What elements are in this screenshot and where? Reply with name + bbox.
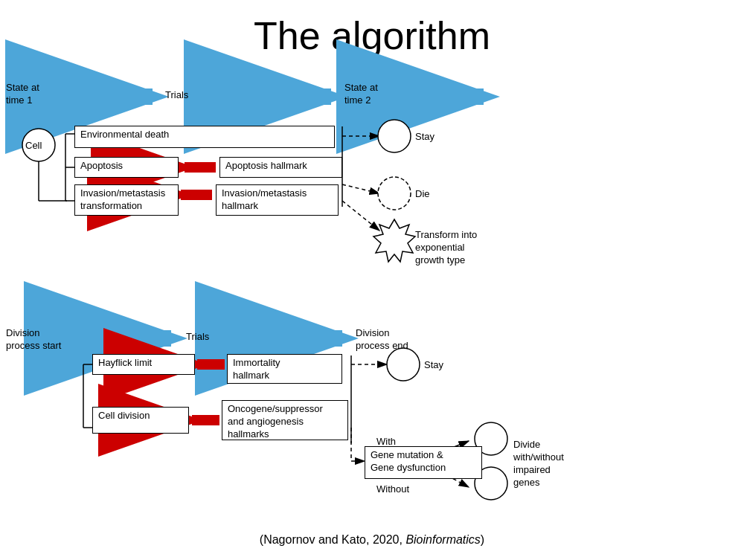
gene-mutation-box: Gene mutation &Gene dysfunction	[365, 446, 482, 479]
svg-point-20	[378, 177, 411, 210]
with-label: With	[376, 436, 396, 448]
svg-line-16	[342, 184, 379, 193]
die-label: Die	[415, 188, 430, 201]
trials-label-1: Trials	[165, 89, 188, 102]
hayflick-box: Hayflick limit	[92, 354, 195, 375]
footer: (Nagornov and Kato, 2020, Bioinformatics…	[0, 533, 744, 547]
div-end-label: Divisionprocess end	[356, 327, 408, 353]
transform-label: Transform intoexponentialgrowth type	[415, 229, 477, 267]
footer-text: (Nagornov and Kato, 2020, Bioinformatics…	[260, 533, 484, 546]
cell-division-box: Cell division	[92, 407, 189, 434]
state-time1-label: State attime 1	[6, 82, 39, 107]
page-title: The algorithm	[0, 0, 744, 58]
div-start-label: Divisionprocess start	[6, 327, 61, 353]
trials-label-2: Trials	[186, 331, 209, 344]
stay-label-2: Stay	[424, 359, 443, 372]
state-time2-label: State attime 2	[344, 82, 378, 107]
apoptosis-box: Apoptosis	[74, 157, 179, 178]
env-death-box: Environmental death	[74, 126, 335, 148]
svg-marker-21	[373, 219, 415, 262]
invasion-hallmark-box: Invasion/metastasishallmark	[216, 184, 339, 216]
apoptosis-hallmark-box: Apoptosis hallmark	[219, 157, 342, 178]
stay-label-1: Stay	[415, 131, 434, 144]
without-label: Without	[376, 483, 409, 496]
svg-point-19	[378, 120, 411, 152]
immortality-box: Immortalityhallmark	[227, 354, 342, 384]
svg-point-33	[387, 348, 420, 381]
svg-line-17	[342, 201, 379, 231]
invasion-transform-box: Invasion/metastasistransformation	[74, 184, 179, 216]
cell-label: Cell	[25, 140, 42, 152]
divide-label: Dividewith/withoutimpairedgenes	[513, 439, 564, 489]
oncogene-box: Oncogene/suppressorand angiogenesishallm…	[222, 400, 348, 440]
